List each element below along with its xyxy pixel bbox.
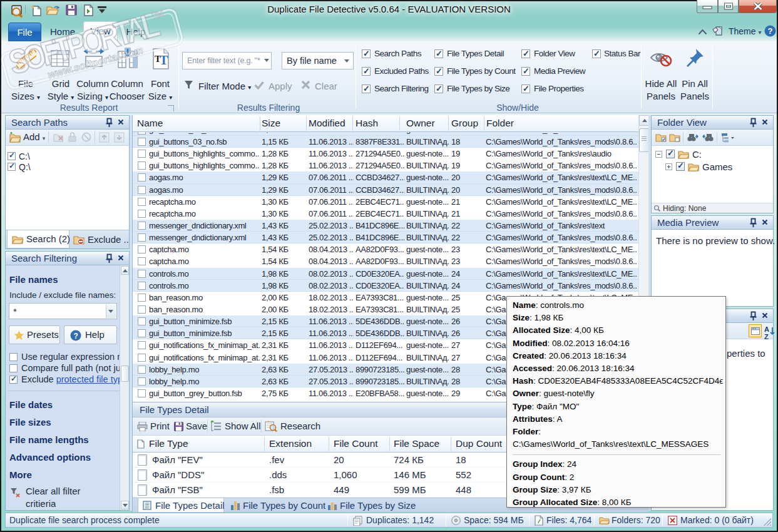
svg-text:T: T	[160, 53, 168, 67]
svg-text:?: ?	[768, 26, 773, 36]
svg-text:?: ?	[74, 332, 78, 340]
